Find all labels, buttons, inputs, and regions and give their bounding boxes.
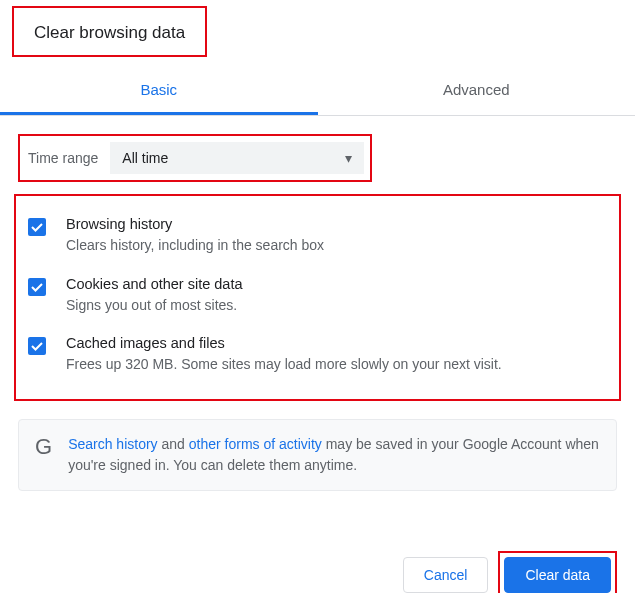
dialog-title: Clear browsing data [12,6,207,57]
checkbox-browsing-history[interactable] [28,218,46,236]
option-title: Cached images and files [66,335,613,351]
other-activity-link[interactable]: other forms of activity [189,436,322,452]
tab-advanced[interactable]: Advanced [318,67,636,115]
google-info-box: G Search history and other forms of acti… [18,419,617,491]
checkbox-cache[interactable] [28,337,46,355]
option-text: Browsing history Clears history, includi… [66,216,613,256]
time-range-dropdown[interactable]: All time ▾ [110,142,364,174]
button-row: Cancel Clear data [0,491,635,593]
option-desc: Frees up 320 MB. Some sites may load mor… [66,355,613,375]
chevron-down-icon: ▾ [345,150,352,166]
option-desc: Signs you out of most sites. [66,296,613,316]
checkbox-cookies[interactable] [28,278,46,296]
info-text: Search history and other forms of activi… [68,434,600,476]
tabs: Basic Advanced [0,67,635,116]
option-row: Cookies and other site data Signs you ou… [22,266,613,326]
option-text: Cookies and other site data Signs you ou… [66,276,613,316]
option-row: Cached images and files Frees up 320 MB.… [22,325,613,385]
search-history-link[interactable]: Search history [68,436,157,452]
google-logo-icon: G [35,434,52,460]
option-text: Cached images and files Frees up 320 MB.… [66,335,613,375]
options-list: Browsing history Clears history, includi… [14,194,621,401]
clear-browsing-dialog: Clear browsing data Basic Advanced Time … [0,0,635,593]
time-range-row: Time range All time ▾ [18,134,372,182]
clear-data-highlight: Clear data [498,551,617,593]
option-title: Browsing history [66,216,613,232]
time-range-label: Time range [28,150,98,166]
tab-basic[interactable]: Basic [0,67,318,115]
clear-data-button[interactable]: Clear data [504,557,611,593]
option-title: Cookies and other site data [66,276,613,292]
option-row: Browsing history Clears history, includi… [22,206,613,266]
cancel-button[interactable]: Cancel [403,557,489,593]
time-range-value: All time [122,150,168,166]
option-desc: Clears history, including in the search … [66,236,613,256]
